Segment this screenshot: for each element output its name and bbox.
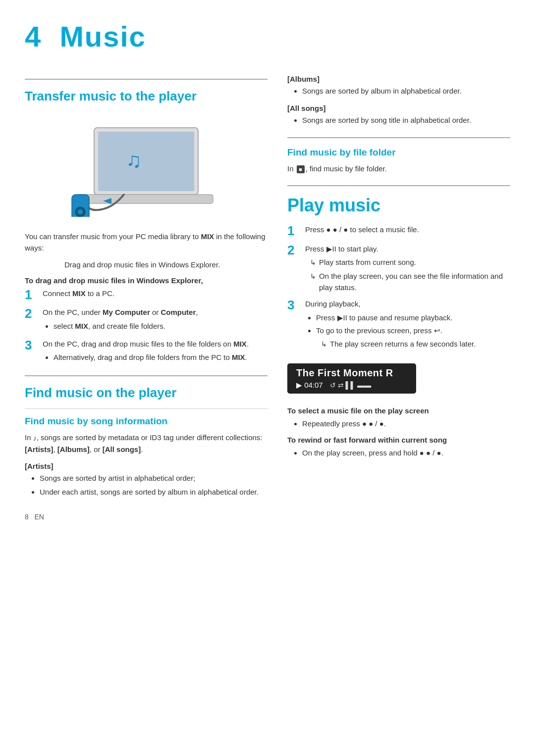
play-step-2-arrow-1: ↳ Play starts from current song. [310, 256, 510, 268]
rewind-item: On the play screen, press and hold ● ● /… [302, 447, 510, 459]
transfer-step-3: 3 On the PC, drag and drop music files t… [25, 338, 268, 365]
play-step-1: 1 Press ● ● / ● to select a music file. [287, 224, 510, 238]
page-container: 4 Music Transfer music to the player [25, 20, 510, 521]
find-by-folder-text: In ■, find music by file folder. [287, 163, 510, 174]
laptop-svg: ♫ [64, 118, 228, 217]
albums-item-1: Songs are sorted by album in alphabetica… [302, 85, 510, 97]
artists-label: [Artists] [25, 462, 268, 470]
find-by-folder-heading: Find music by file folder [287, 147, 510, 158]
albums-list: Songs are sorted by album in alphabetica… [302, 85, 510, 97]
divider-song-info [25, 408, 268, 409]
folder-icon: ■ [297, 165, 305, 173]
divider-file-folder [287, 137, 510, 138]
transfer-step-1: 1 Connect MIX to a PC. [25, 288, 268, 302]
albums-label: [Albums] [287, 75, 510, 83]
page-number: 8 EN [25, 513, 268, 521]
player-icons: ↺ ⇄ ▌▌ ▬▬ [330, 381, 372, 389]
transfer-intro: You can transfer music from your PC medi… [25, 231, 268, 254]
svg-point-5 [78, 209, 83, 214]
play-step-2: 2 Press ▶II to start play. ↳ Play starts… [287, 243, 510, 293]
divider-find-music [25, 375, 268, 376]
chapter-title: 4 Music [25, 20, 510, 53]
music-note-icon: ♪ [33, 433, 37, 444]
svg-rect-1 [98, 132, 194, 191]
svg-text:♫: ♫ [126, 149, 142, 172]
main-content: Transfer music to the player ♫ [25, 68, 510, 521]
artists-item-2: Under each artist, songs are sorted by a… [40, 486, 268, 498]
transfer-heading: Transfer music to the player [25, 89, 268, 104]
transfer-bold-label: To drag and drop music files in Windows … [25, 276, 268, 285]
find-by-song-heading: Find music by song information [25, 416, 268, 427]
transfer-indent: Drag and drop music files in Windows Exp… [64, 259, 268, 270]
chapter-name: Music [59, 20, 146, 52]
transfer-illustration: ♫ [52, 113, 240, 222]
find-music-heading: Find music on the player [25, 385, 268, 401]
svg-rect-2 [79, 195, 213, 203]
play-step-3: 3 During playback, Press ▶II to pause an… [287, 298, 510, 351]
play-music-heading: Play music [287, 195, 510, 216]
play-step-3-bullet-1: Press ▶II to pause and resume playback. [316, 312, 510, 323]
divider-play-music [287, 185, 510, 186]
select-on-play-list: Repeatedly press ● ● / ●. [302, 418, 510, 430]
play-step-3-arrow: ↳ The play screen returns a few seconds … [321, 338, 510, 350]
player-time: ▶ 04:07 [296, 381, 323, 390]
select-on-play-item: Repeatedly press ● ● / ●. [302, 418, 510, 430]
player-controls: ▶ 04:07 ↺ ⇄ ▌▌ ▬▬ [296, 381, 407, 390]
find-by-song-intro: In ♪, songs are sorted by metadata or ID… [25, 432, 268, 455]
player-display: The First Moment R ▶ 04:07 ↺ ⇄ ▌▌ ▬▬ [287, 363, 416, 394]
divider-transfer [25, 79, 268, 80]
select-on-play-label: To select a music file on the play scree… [287, 406, 510, 415]
rewind-list: On the play screen, press and hold ● ● /… [302, 447, 510, 459]
allsongs-list: Songs are sorted by song title in alphab… [302, 114, 510, 126]
transfer-step-2: 2 On the PC, under My Computer or Comput… [25, 306, 268, 333]
play-step-2-arrow-2: ↳ On the play screen, you can see the fi… [310, 270, 510, 294]
allsongs-item-1: Songs are sorted by song title in alphab… [302, 114, 510, 126]
chapter-number: 4 [25, 20, 42, 52]
left-column: Transfer music to the player ♫ [25, 68, 268, 521]
rewind-label: To rewind or fast forward within current… [287, 436, 510, 444]
artists-list: Songs are sorted by artist in alphabetic… [40, 472, 268, 498]
play-step-3-bullet-2: To go to the previous screen, press ↩. ↳… [316, 325, 510, 350]
right-column: [Albums] Songs are sorted by album in al… [287, 68, 510, 521]
artists-item-1: Songs are sorted by artist in alphabetic… [40, 472, 268, 484]
allsongs-label: [All songs] [287, 104, 510, 112]
song-title: The First Moment R [296, 367, 407, 379]
